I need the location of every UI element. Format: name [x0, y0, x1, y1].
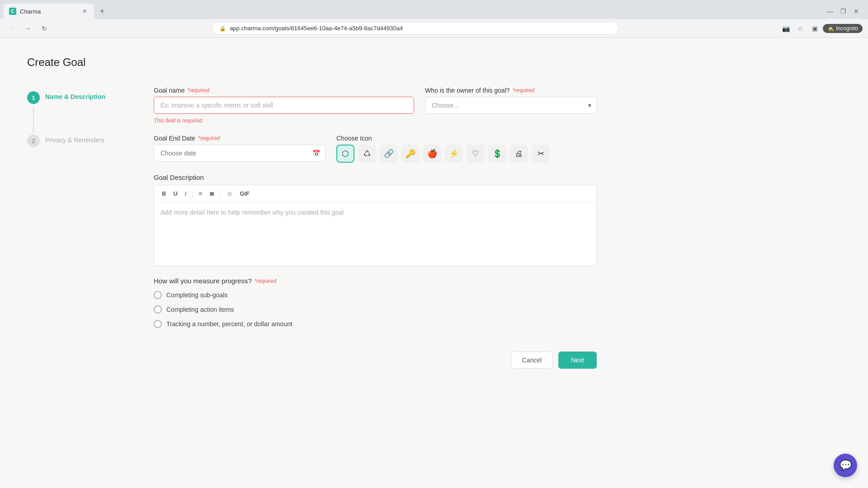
- numbered-button[interactable]: ≣: [207, 189, 217, 198]
- icon-option-4[interactable]: 🍎: [423, 145, 441, 163]
- description-label: Goal Description: [154, 174, 597, 181]
- progress-label-0: Completing sub-goals: [166, 291, 227, 299]
- progress-section: How will you measure progress? *required…: [154, 277, 597, 328]
- step-2-number: 2: [27, 135, 40, 147]
- browser-toolbar: 📷 ☆ ▣ 🕵 Incognito: [779, 22, 863, 35]
- bullet-button[interactable]: ≡: [196, 189, 204, 198]
- toolbar-sep-2: [220, 190, 221, 197]
- end-date-label: Goal End Date *required: [154, 135, 326, 142]
- main-form: Goal name *required This field is requir…: [154, 87, 597, 378]
- icon-option-1[interactable]: ♺: [358, 145, 376, 163]
- date-input-wrapper: 📅: [154, 145, 326, 162]
- address-bar[interactable]: 🔒 app.charma.com/goals/81645ee6-10aa-4e7…: [212, 22, 618, 35]
- icon-option-7[interactable]: 💲: [488, 145, 506, 163]
- step-2-item[interactable]: 2 Privacy & Reminders: [27, 135, 127, 147]
- step-connector-line: [33, 106, 34, 133]
- minimize-button[interactable]: —: [825, 6, 835, 17]
- page-title: Create Goal: [27, 56, 841, 69]
- bold-button[interactable]: B: [160, 189, 168, 198]
- icon-option-2[interactable]: 🔗: [380, 145, 398, 163]
- icon-option-8[interactable]: 🖨: [510, 145, 528, 163]
- step-2-connector: 2: [27, 135, 40, 147]
- window-controls: — ❐ ✕: [825, 6, 864, 17]
- address-bar-row: ← → ↻ 🔒 app.charma.com/goals/81645ee6-10…: [0, 19, 868, 38]
- goal-name-required: *required: [187, 87, 209, 94]
- progress-option-1[interactable]: Completing action items: [154, 305, 597, 314]
- step-2-label: Privacy & Reminders: [45, 135, 104, 144]
- editor-container: B U I ≡ ≣ ☺ GIF Add more detail here to …: [154, 185, 597, 266]
- incognito-icon: 🕵: [827, 25, 834, 32]
- camera-icon[interactable]: 📷: [779, 22, 792, 35]
- tab-favicon: C: [9, 8, 16, 15]
- emoji-button[interactable]: ☺: [224, 189, 235, 198]
- owner-select[interactable]: Choose...: [425, 97, 597, 114]
- progress-option-2[interactable]: Tracking a number, percent, or dollar am…: [154, 320, 597, 328]
- editor-toolbar: B U I ≡ ≣ ☺ GIF: [154, 185, 596, 202]
- bottom-actions: Cancel Next: [154, 343, 597, 378]
- icon-chooser-group: Choose Icon ⬡ ♺ 🔗 🔑 🍎 ⚡ ♡ 💲 🖨 ✂: [336, 135, 597, 163]
- end-date-required: *required: [198, 135, 220, 141]
- forward-button[interactable]: →: [22, 22, 34, 35]
- star-icon[interactable]: ☆: [794, 22, 807, 35]
- date-input[interactable]: [154, 145, 326, 162]
- progress-label-2: Tracking a number, percent, or dollar am…: [166, 320, 292, 328]
- next-button[interactable]: Next: [558, 352, 597, 369]
- toolbar-sep-1: [192, 190, 193, 197]
- incognito-badge: 🕵 Incognito: [823, 24, 863, 33]
- owner-label: Who is the owner of this goal? *required: [425, 87, 597, 94]
- icon-option-0[interactable]: ⬡: [336, 145, 354, 163]
- end-date-group: Goal End Date *required 📅: [154, 135, 326, 162]
- radio-circle-1: [154, 305, 162, 314]
- close-window-button[interactable]: ✕: [852, 6, 861, 17]
- url-text: app.charma.com/goals/81645ee6-10aa-4e74-…: [230, 25, 611, 32]
- progress-option-0[interactable]: Completing sub-goals: [154, 291, 597, 299]
- new-tab-button[interactable]: +: [96, 5, 108, 18]
- goal-name-error: This field is required: [154, 117, 414, 124]
- icon-label: Choose Icon: [336, 135, 597, 142]
- italic-button[interactable]: I: [183, 189, 189, 198]
- date-icon-row: Goal End Date *required 📅 Choose Icon ⬡ …: [154, 135, 597, 163]
- step-1-number: 1: [27, 91, 40, 104]
- tab-close-button[interactable]: ✕: [80, 7, 89, 15]
- description-placeholder: Add more detail here to help remember wh…: [160, 209, 344, 216]
- progress-label-1: Completing action items: [166, 306, 234, 313]
- owner-select-wrapper: Choose... ▾: [425, 97, 597, 114]
- cancel-button[interactable]: Cancel: [511, 352, 553, 369]
- owner-group: Who is the owner of this goal? *required…: [425, 87, 597, 114]
- progress-required: *required: [255, 278, 277, 284]
- radio-circle-0: [154, 291, 162, 299]
- chat-icon: 💬: [840, 460, 852, 471]
- incognito-label: Incognito: [836, 25, 858, 32]
- gif-button[interactable]: GIF: [237, 189, 252, 198]
- goal-name-input[interactable]: [154, 97, 414, 114]
- page-content: Create Goal 1 Name & Description 2: [0, 38, 868, 396]
- back-button[interactable]: ←: [5, 22, 18, 35]
- icon-option-6[interactable]: ♡: [467, 145, 485, 163]
- icon-option-3[interactable]: 🔑: [401, 145, 420, 163]
- icon-option-5[interactable]: ⚡: [445, 145, 463, 163]
- description-editor[interactable]: Add more detail here to help remember wh…: [154, 202, 596, 266]
- refresh-button[interactable]: ↻: [38, 22, 51, 35]
- browser-chrome: C Charma ✕ + — ❐ ✕ ← → ↻ 🔒 app.charma.co…: [0, 0, 868, 38]
- goal-name-group: Goal name *required This field is requir…: [154, 87, 414, 124]
- icon-option-9[interactable]: ✂: [532, 145, 550, 163]
- chat-widget[interactable]: 💬: [834, 454, 857, 477]
- tab-bar: C Charma ✕ + — ❐ ✕: [0, 0, 868, 19]
- icon-grid: ⬡ ♺ 🔗 🔑 🍎 ⚡ ♡ 💲 🖨 ✂: [336, 145, 597, 163]
- description-section: Goal Description B U I ≡ ≣ ☺ GIF Add: [154, 174, 597, 266]
- goal-name-owner-row: Goal name *required This field is requir…: [154, 87, 597, 124]
- layout: 1 Name & Description 2 Privacy & Reminde…: [27, 87, 841, 378]
- progress-title: How will you measure progress? *required: [154, 277, 597, 285]
- active-tab[interactable]: C Charma ✕: [4, 4, 94, 19]
- tab-title: Charma: [20, 8, 77, 15]
- restore-button[interactable]: ❐: [839, 6, 848, 17]
- step-1-label: Name & Description: [45, 91, 105, 100]
- lock-icon: 🔒: [219, 25, 226, 32]
- underline-button[interactable]: U: [171, 189, 179, 198]
- sidebar-toggle[interactable]: ▣: [808, 22, 821, 35]
- step-1-connector: 1: [27, 91, 40, 135]
- owner-required: *required: [513, 87, 535, 94]
- goal-name-label: Goal name *required: [154, 87, 414, 94]
- sidebar: 1 Name & Description 2 Privacy & Reminde…: [27, 87, 127, 378]
- step-1-item[interactable]: 1 Name & Description: [27, 91, 127, 135]
